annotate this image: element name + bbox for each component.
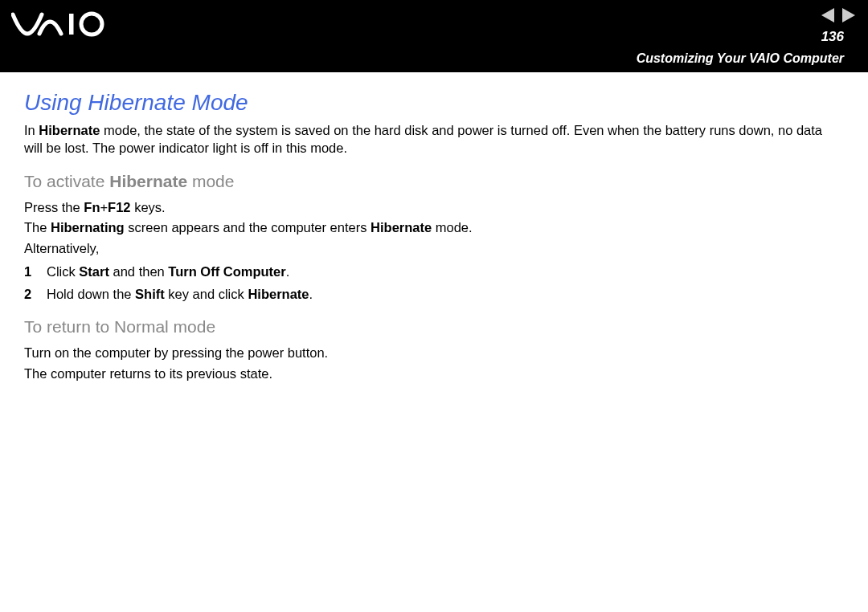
activate-heading: To activate Hibernate mode xyxy=(24,172,844,191)
step-number: 2 xyxy=(24,285,47,303)
step-number: 1 xyxy=(24,263,47,280)
activate-line1: Press the Fn+F12 keys. xyxy=(24,199,844,217)
page-content: Using Hibernate Mode In Hibernate mode, … xyxy=(0,72,868,383)
intro-paragraph: In Hibernate mode, the state of the syst… xyxy=(24,122,844,157)
prev-page-icon[interactable] xyxy=(821,8,834,22)
return-heading: To return to Normal mode xyxy=(24,317,844,337)
step-text: Click Start and then Turn Off Computer. xyxy=(47,263,289,280)
vaio-logo xyxy=(11,11,108,42)
list-item: 1 Click Start and then Turn Off Computer… xyxy=(24,263,844,280)
svg-point-1 xyxy=(81,14,102,35)
section-name: Customizing Your VAIO Computer xyxy=(637,51,844,66)
return-line1: Turn on the computer by pressing the pow… xyxy=(24,345,844,362)
svg-rect-0 xyxy=(69,14,74,35)
step-list: 1 Click Start and then Turn Off Computer… xyxy=(24,263,844,304)
return-line2: The computer returns to its previous sta… xyxy=(24,365,844,383)
page-title: Using Hibernate Mode xyxy=(24,90,844,116)
page-header: 136 Customizing Your VAIO Computer xyxy=(0,0,868,72)
list-item: 2 Hold down the Shift key and click Hibe… xyxy=(24,285,844,303)
nav-arrows xyxy=(821,8,855,22)
activate-line2: The Hibernating screen appears and the c… xyxy=(24,219,844,237)
step-text: Hold down the Shift key and click Hibern… xyxy=(47,285,313,303)
page-number: 136 xyxy=(821,29,844,45)
next-page-icon[interactable] xyxy=(842,8,855,22)
activate-line3: Alternatively, xyxy=(24,240,844,258)
